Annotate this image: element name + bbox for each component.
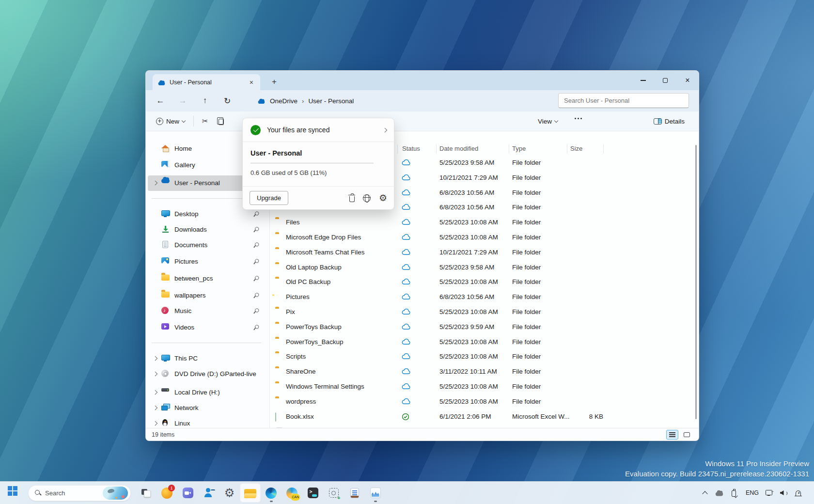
file-type: File folder — [512, 338, 541, 346]
expand-chevron-icon[interactable] — [153, 421, 157, 425]
file-row[interactable]: Microsoft Edge Drop Files 5/25/2023 10:0… — [270, 230, 699, 245]
column-header-status[interactable]: Status — [402, 145, 420, 152]
expand-chevron-icon[interactable] — [153, 406, 157, 410]
edge[interactable] — [261, 483, 282, 503]
minimize-button[interactable] — [632, 71, 654, 90]
file-row[interactable]: PowerToys Backup 5/25/2023 9:59 AM F — [270, 320, 699, 335]
more-options-button[interactable] — [570, 115, 586, 122]
snipping-tool[interactable] — [323, 483, 344, 503]
tray-bell[interactable] — [792, 484, 804, 502]
file-row[interactable]: Pix 5/25/2023 10:08 AM File folder — [270, 305, 699, 320]
thumbnail-view-toggle[interactable] — [681, 430, 693, 440]
refresh-button[interactable]: ↻ — [219, 93, 236, 109]
edge-canary[interactable]: CAN — [282, 483, 302, 503]
column-divider[interactable] — [567, 144, 567, 154]
close-button[interactable]: × — [676, 71, 699, 90]
breadcrumb-onedrive[interactable]: OneDrive — [270, 97, 297, 105]
explorer-search-input[interactable] — [558, 93, 689, 108]
file-row[interactable]: Microsoft Teams Chat Files 10/21/2021 7:… — [270, 245, 699, 260]
widgets[interactable]: 1 — [157, 483, 177, 503]
expand-chevron-icon[interactable] — [153, 356, 157, 361]
tray-volume[interactable] — [777, 484, 790, 502]
file-date-modified: 6/8/2023 10:56 AM — [439, 189, 494, 196]
search-highlight-image[interactable] — [103, 487, 128, 500]
column-divider[interactable] — [436, 144, 437, 154]
sidebar-item[interactable]: Local Drive (H:) — [148, 385, 265, 400]
cut-button[interactable]: ✂ — [198, 114, 213, 128]
flyout-footer: Upgrade — [243, 186, 394, 209]
settings-gear-icon[interactable] — [379, 193, 387, 203]
file-row[interactable]: ShareOne 3/11/2022 10:11 AM File fol — [270, 364, 699, 379]
tray-usb[interactable] — [728, 484, 740, 502]
maximize-button[interactable] — [654, 71, 676, 90]
vertical-scrollbar[interactable] — [695, 145, 697, 419]
sidebar-item[interactable]: wallpapers — [148, 288, 265, 303]
back-button[interactable]: ← — [152, 93, 169, 109]
file-row[interactable]: Windows Terminal Settings 5/25/2023 10:0… — [270, 379, 699, 394]
column-header-date-modified[interactable]: Date modified — [439, 145, 478, 152]
file-row[interactable]: PowerToys_Backup 5/25/2023 10:08 AM — [270, 335, 699, 350]
new-button[interactable]: New — [152, 115, 189, 127]
file-row[interactable]: Pictures 6/8/2023 10:56 AM File fold — [270, 290, 699, 305]
tray-language[interactable]: ENG — [742, 484, 761, 502]
tray-onedrive[interactable] — [713, 484, 726, 502]
recycle-bin-icon[interactable] — [349, 196, 355, 202]
copy-button[interactable] — [213, 115, 228, 127]
column-header-type[interactable]: Type — [512, 145, 526, 152]
settings[interactable] — [219, 483, 240, 503]
chat[interactable] — [177, 483, 198, 503]
expand-chevron-icon[interactable] — [153, 390, 157, 394]
sidebar-item[interactable]: Documents — [148, 237, 265, 253]
column-divider[interactable] — [603, 144, 604, 154]
sidebar-item-label: DVD Drive (D:) GParted-live — [174, 370, 256, 378]
taskbar-search-input[interactable] — [41, 489, 103, 497]
file-row[interactable] — [270, 424, 699, 428]
sync-status-icon — [402, 293, 411, 301]
sidebar-item[interactable]: Downloads — [148, 222, 265, 237]
sidebar-item[interactable]: Videos — [148, 320, 265, 335]
tab-close-icon[interactable]: × — [248, 79, 255, 86]
tab-user-personal[interactable]: User - Personal × — [153, 74, 260, 90]
taskbar-search[interactable] — [28, 485, 131, 501]
notepad[interactable] — [344, 483, 365, 503]
task-manager[interactable] — [365, 483, 386, 503]
expand-chevron-icon[interactable] — [153, 372, 157, 376]
sidebar-item[interactable]: Network — [148, 400, 265, 416]
sidebar-item[interactable]: Pictures — [148, 254, 265, 269]
sidebar-item[interactable]: DVD Drive (D:) GParted-live — [148, 366, 265, 382]
details-pane-button[interactable]: Details — [649, 115, 689, 127]
column-divider[interactable] — [397, 144, 398, 154]
file-row[interactable]: Files 5/25/2023 10:08 AM File folder — [270, 215, 699, 230]
tray-chevron[interactable] — [699, 484, 711, 502]
sidebar-item[interactable]: between_pcs — [148, 271, 265, 286]
people[interactable] — [198, 483, 219, 503]
column-header-size[interactable]: Size — [570, 145, 582, 152]
column-divider[interactable] — [509, 144, 509, 154]
details-view-toggle[interactable] — [666, 430, 678, 440]
forward-button[interactable]: → — [174, 93, 191, 109]
sidebar-item[interactable] — [148, 335, 265, 351]
file-explorer[interactable] — [240, 483, 261, 503]
view-button[interactable]: View — [533, 115, 562, 127]
file-row[interactable]: Old PC Backup 5/25/2023 10:08 AM Fil — [270, 275, 699, 290]
expand-chevron-icon[interactable] — [153, 181, 157, 185]
file-row[interactable]: Scripts 5/25/2023 10:08 AM File fold — [270, 349, 699, 364]
sync-status-row[interactable]: Your files are synced — [243, 118, 394, 142]
breadcrumb-current[interactable]: User - Personal — [308, 97, 354, 105]
file-type: File folder — [512, 219, 541, 226]
file-type: File folder — [512, 249, 541, 256]
sidebar-item[interactable]: Linux — [148, 416, 265, 428]
up-button[interactable]: ↑ — [196, 93, 214, 109]
sidebar-item[interactable]: This PC — [148, 351, 265, 366]
new-tab-button[interactable]: + — [268, 76, 281, 89]
file-row[interactable]: Old Laptop Backup 5/25/2023 9:58 AM — [270, 260, 699, 275]
upgrade-button[interactable]: Upgrade — [250, 191, 288, 205]
terminal[interactable] — [302, 483, 323, 503]
tray-network[interactable] — [763, 484, 775, 502]
start-button[interactable] — [6, 484, 23, 502]
sidebar-item[interactable]: Music — [148, 303, 265, 319]
file-row[interactable]: Book.xlsx 6/1/2021 2:06 PM Microsoft — [270, 410, 699, 425]
file-row[interactable]: wordpress 5/25/2023 10:08 AM File fo — [270, 394, 699, 410]
task-view[interactable] — [136, 483, 157, 503]
view-online-icon[interactable] — [363, 194, 371, 202]
